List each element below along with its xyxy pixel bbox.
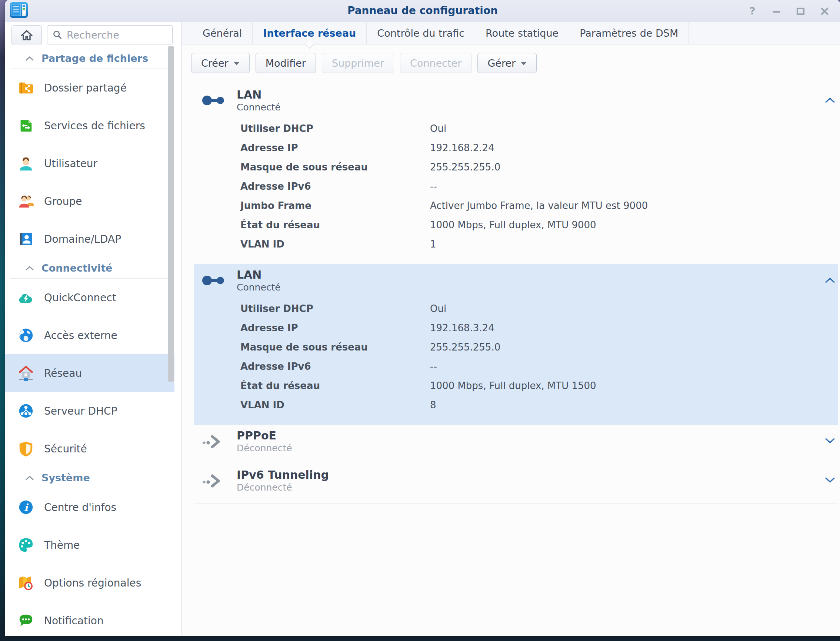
minimize-button[interactable]: [771, 6, 782, 16]
tab-general[interactable]: Général: [192, 22, 252, 44]
sidebar-item-label: Centre d'infos: [44, 501, 116, 514]
interface-status: Déconnecté: [237, 443, 292, 454]
home-button[interactable]: [11, 25, 42, 45]
theme-icon: [18, 536, 34, 554]
field-row: État du réseau1000 Mbps, Full duplex, MT…: [240, 376, 838, 395]
chevron-up-icon[interactable]: [825, 97, 835, 105]
section-collapse-icon: [25, 56, 34, 61]
field-row: Adresse IPv6--: [240, 357, 838, 376]
window-title: Panneau de configuration: [5, 0, 840, 22]
button-label: Gérer: [487, 58, 516, 69]
field-row: Adresse IP192.168.3.24: [240, 318, 838, 338]
lan-connected-icon: [200, 88, 226, 113]
disconnected-icon: [200, 429, 226, 454]
sidebar-item-quickconnect[interactable]: QuickConnect: [5, 279, 175, 316]
field-value: 192.168.3.24: [430, 322, 495, 333]
interface-titles: PPPoEDéconnecté: [237, 429, 292, 454]
sidebar-item-groupe[interactable]: Groupe: [5, 182, 175, 220]
interface-status: Connecté: [237, 102, 281, 113]
connecter-button[interactable]: Connecter: [400, 53, 472, 73]
search-input[interactable]: [47, 25, 173, 45]
tab-controle-du-trafic[interactable]: Contrôle du trafic: [366, 22, 475, 44]
sidebar-item-label: Réseau: [44, 367, 82, 379]
user-icon: [18, 155, 34, 172]
sidebar-item-label: Dossier partagé: [44, 82, 127, 94]
creer-button[interactable]: Créer: [191, 53, 250, 73]
interface-titles: IPv6 TunnelingDéconnecté: [237, 468, 329, 493]
sidebar-item-acces-externe[interactable]: Accès externe: [5, 316, 175, 354]
interface-status: Déconnecté: [237, 482, 329, 493]
tab-bar: GénéralInterface réseauContrôle du trafi…: [181, 22, 840, 45]
interface-section-lan-selected[interactable]: LANConnectéUtiliser DHCPOuiAdresse IP192…: [194, 264, 838, 425]
field-row: VLAN ID1: [240, 235, 838, 254]
interface-fields: Utiliser DHCPOuiAdresse IP192.168.3.24Ma…: [240, 299, 838, 415]
control-panel-window: Panneau de configuration ? Partage de fi…: [5, 0, 840, 636]
field-row: Utiliser DHCPOui: [240, 299, 838, 318]
toolbar: CréerModifierSupprimerConnecterGérer: [191, 53, 840, 73]
sidebar-section-label: Connectivité: [42, 263, 112, 274]
sidebar-item-options-regionales[interactable]: Options régionales: [5, 564, 175, 602]
field-value: Oui: [430, 123, 446, 134]
sidebar-section-header-partage-de-fichiers[interactable]: Partage de fichiers: [10, 48, 174, 69]
lan-connected-icon: [200, 268, 226, 293]
field-label: Jumbo Frame: [240, 200, 430, 211]
field-label: Adresse IP: [240, 142, 430, 153]
sidebar-item-centre-d-infos[interactable]: iCentre d'infos: [5, 488, 175, 526]
home-icon: [20, 29, 33, 42]
field-label: Masque de sous réseau: [240, 341, 430, 353]
sidebar-item-theme[interactable]: Thème: [5, 526, 175, 564]
help-button[interactable]: ?: [747, 6, 757, 16]
sidebar-item-label: Utilisateur: [44, 158, 97, 170]
sidebar-item-label: Notification: [44, 615, 104, 627]
tab-route-statique[interactable]: Route statique: [475, 22, 569, 44]
supprimer-button[interactable]: Supprimer: [322, 53, 394, 73]
sidebar-section-header-systeme[interactable]: Système: [10, 468, 174, 488]
field-value: 1: [430, 238, 436, 250]
field-row: Utiliser DHCPOui: [240, 119, 838, 138]
sidebar-item-dossier-partage[interactable]: Dossier partagé: [5, 69, 175, 107]
chevron-down-icon[interactable]: [825, 477, 835, 485]
interface-section-ipv6-tunneling[interactable]: IPv6 TunnelingDéconnecté: [194, 464, 838, 504]
group-icon: [18, 193, 34, 210]
field-value: 192.168.2.24: [430, 142, 495, 153]
sidebar-section-label: Partage de fichiers: [42, 53, 148, 64]
interface-section-lan[interactable]: LANConnectéUtiliser DHCPOuiAdresse IP192…: [194, 84, 838, 264]
sidebar-section-header-connectivite[interactable]: Connectivité: [10, 258, 174, 279]
field-value: --: [430, 361, 437, 372]
sidebar-item-notification[interactable]: Notification: [5, 602, 175, 636]
field-row: Masque de sous réseau255.255.255.0: [240, 338, 838, 357]
title-bar: Panneau de configuration ?: [5, 0, 840, 22]
sidebar-item-label: QuickConnect: [44, 292, 116, 304]
field-row: Adresse IPv6--: [240, 177, 838, 196]
tab-interface-reseau[interactable]: Interface réseau: [252, 22, 366, 44]
sidebar-item-reseau[interactable]: Réseau: [5, 354, 175, 392]
tab-parametres-de-dsm[interactable]: Paramètres de DSM: [569, 22, 689, 44]
sidebar-item-serveur-dhcp[interactable]: Serveur DHCP: [5, 392, 175, 430]
chevron-down-icon[interactable]: [825, 438, 835, 446]
interface-section-pppoe[interactable]: PPPoEDéconnecté: [194, 425, 838, 464]
sidebar-section-label: Système: [42, 472, 90, 483]
info-center-icon: i: [18, 499, 34, 516]
maximize-button[interactable]: [795, 6, 806, 16]
chevron-up-icon[interactable]: [825, 277, 835, 285]
sidebar-item-domaine-ldap[interactable]: Domaine/LDAP: [5, 220, 175, 258]
sidebar-scrollbar-thumb[interactable]: [168, 46, 174, 382]
interface-titles: LANConnecté: [237, 268, 281, 293]
sidebar-item-securite[interactable]: Sécurité: [5, 430, 175, 468]
interface-header: IPv6 TunnelingDéconnecté: [194, 468, 838, 493]
sidebar-item-services-de-fichiers[interactable]: Services de fichiers: [5, 107, 175, 145]
gerer-button[interactable]: Gérer: [477, 53, 536, 73]
field-value: --: [430, 181, 437, 192]
sidebar-item-label: Serveur DHCP: [44, 405, 117, 417]
sidebar-item-label: Options régionales: [44, 577, 141, 589]
field-value: 255.255.255.0: [430, 341, 500, 353]
dropdown-caret-icon: [234, 62, 239, 65]
field-value: 255.255.255.0: [430, 161, 500, 173]
dropdown-caret-icon: [521, 62, 527, 65]
file-services-icon: [18, 117, 34, 134]
sidebar-item-utilisateur[interactable]: Utilisateur: [5, 145, 175, 182]
modifier-button[interactable]: Modifier: [255, 53, 316, 73]
close-button[interactable]: [820, 6, 830, 16]
search-icon: [52, 30, 62, 40]
sidebar-item-label: Thème: [44, 539, 80, 551]
